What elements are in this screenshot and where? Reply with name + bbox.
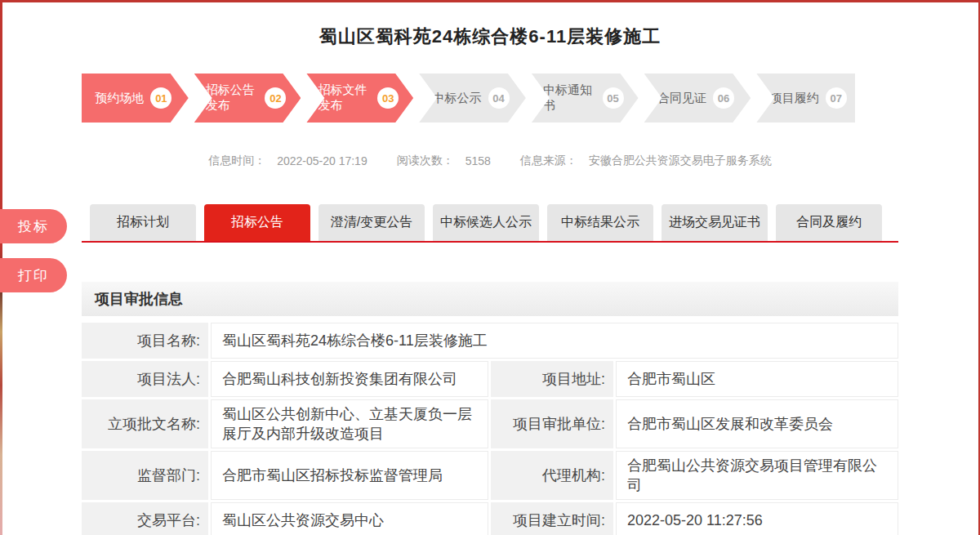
table-label-agency: 代理机构: [491, 451, 613, 500]
table-value-approval-document: 蜀山区公共创新中心、立基天厦负一层 展厅及内部升级改造项目 [211, 399, 488, 448]
step-project-performance: 项目履约 07 [756, 74, 855, 123]
tab-clarification-change[interactable]: 澄清/变更公告 [318, 204, 425, 241]
step-number-badge: 06 [713, 87, 734, 109]
step-reserve-venue: 预约场地 01 [82, 74, 189, 123]
table-value-approval-authority: 合肥市蜀山区发展和改革委员会 [616, 399, 898, 448]
page: 蜀山区蜀科苑24栋综合楼6-11层装修施工 预约场地 01 招标公告发布 02 … [0, 0, 980, 535]
tab-entry-transaction-certificate[interactable]: 进场交易见证书 [662, 204, 768, 241]
table-label-project-address: 项目地址: [491, 361, 613, 397]
table-label-supervision-department: 监督部门: [82, 451, 208, 500]
meta-views-value: 5158 [466, 154, 491, 167]
meta-source-value: 安徽合肥公共资源交易电子服务系统 [589, 154, 772, 168]
table-value-agency: 合肥蜀山公共资源交易项目管理有限公 司 [616, 451, 898, 500]
meta-source-label: 信息来源： [520, 154, 577, 168]
meta-views-label: 阅读次数： [397, 154, 454, 168]
step-number-badge: 03 [377, 87, 399, 109]
table-value-supervision-department: 合肥市蜀山区招标投标监督管理局 [211, 451, 488, 500]
step-label: 招标文件发布 [318, 82, 371, 114]
step-label: 项目履约 [770, 91, 819, 106]
floating-side-buttons: 投标 打印 [0, 209, 67, 292]
step-label: 招标公告发布 [206, 82, 259, 114]
tab-bidding-announcement[interactable]: 招标公告 [204, 204, 310, 241]
step-number-badge: 01 [150, 87, 172, 109]
section-title: 项目审批信息 [95, 289, 183, 309]
step-number-badge: 02 [265, 87, 286, 109]
table-value-project-name: 蜀山区蜀科苑24栋综合楼6-11层装修施工 [211, 323, 898, 359]
project-approval-table: 项目名称: 蜀山区蜀科苑24栋综合楼6-11层装修施工 项目法人: 合肥蜀山科技… [82, 323, 898, 535]
tab-contract-performance[interactable]: 合同及履约 [776, 204, 882, 241]
print-button[interactable]: 打印 [0, 258, 67, 292]
table-label-legal-entity: 项目法人: [82, 361, 208, 397]
meta-time-value: 2022-05-20 17:19 [277, 154, 368, 167]
table-value-trading-platform: 蜀山区公共资源交易中心 [211, 502, 488, 535]
page-title: 蜀山区蜀科苑24栋综合楼6-11层装修施工 [0, 25, 980, 49]
step-number-badge: 04 [488, 87, 510, 109]
step-label: 中标通知书 [543, 82, 596, 114]
step-announcement-published: 招标公告发布 02 [194, 74, 301, 123]
step-label: 合同见证 [657, 91, 706, 106]
tab-winning-result-publicity[interactable]: 中标结果公示 [547, 204, 653, 241]
meta-time-label: 信息时间： [208, 154, 265, 168]
bid-button[interactable]: 投标 [0, 209, 67, 243]
table-label-trading-platform: 交易平台: [82, 502, 208, 535]
table-value-project-address: 合肥市蜀山区 [616, 361, 898, 397]
step-winning-notice: 中标通知书 05 [532, 74, 639, 123]
step-bid-documents-published: 招标文件发布 03 [306, 74, 413, 123]
meta-info-line: 信息时间： 2022-05-20 17:19 阅读次数： 5158 信息来源： … [0, 154, 980, 168]
step-label: 中标公示 [433, 91, 482, 106]
table-label-approval-authority: 项目审批单位: [491, 399, 613, 448]
table-label-project-created-time: 项目建立时间: [491, 502, 613, 535]
table-label-approval-document: 立项批文名称: [82, 399, 208, 448]
top-border-bar [0, 0, 980, 2]
tab-bidding-plan[interactable]: 招标计划 [90, 204, 196, 241]
table-value-legal-entity: 合肥蜀山科技创新投资集团有限公司 [211, 361, 488, 397]
step-label: 预约场地 [95, 91, 144, 106]
tab-winning-candidate-publicity[interactable]: 中标候选人公示 [433, 204, 539, 241]
step-number-badge: 05 [603, 87, 624, 109]
step-contract-witness: 合同见证 06 [644, 74, 751, 123]
tab-bar: 招标计划 招标公告 澄清/变更公告 中标候选人公示 中标结果公示 进场交易见证书… [82, 204, 898, 243]
step-number-badge: 07 [826, 87, 847, 109]
section-header: 项目审批信息 [82, 282, 898, 316]
table-label-project-name: 项目名称: [82, 323, 208, 359]
table-value-project-created-time: 2022-05-20 11:27:56 [616, 502, 898, 535]
progress-steps: 预约场地 01 招标公告发布 02 招标文件发布 03 中标公示 04 中标通知… [82, 74, 855, 123]
step-winning-publicity: 中标公示 04 [419, 74, 526, 123]
